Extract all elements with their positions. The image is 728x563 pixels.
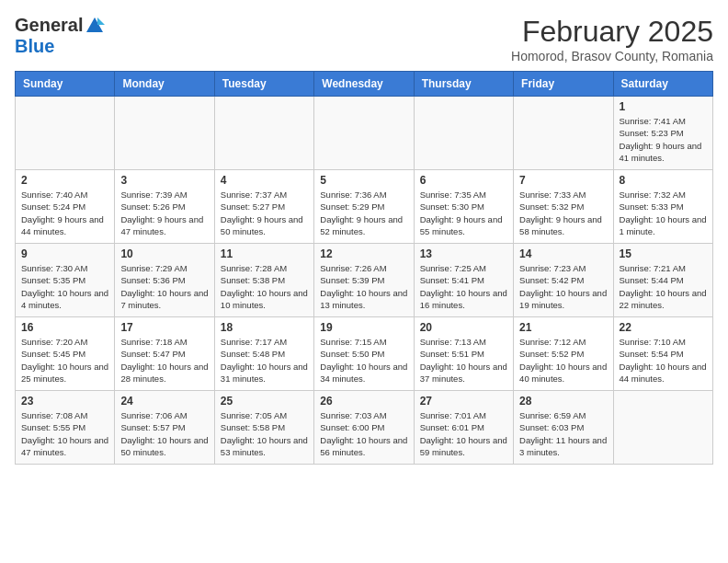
- calendar-day-cell: 20Sunrise: 7:13 AM Sunset: 5:51 PM Dayli…: [414, 317, 513, 391]
- calendar-day-cell: 16Sunrise: 7:20 AM Sunset: 5:45 PM Dayli…: [16, 317, 115, 391]
- calendar-day-cell: [214, 97, 313, 170]
- day-number: 5: [320, 174, 407, 187]
- calendar-table: SundayMondayTuesdayWednesdayThursdayFrid…: [15, 71, 713, 465]
- day-number: 1: [620, 100, 707, 113]
- day-number: 7: [519, 174, 607, 187]
- day-info: Sunrise: 7:13 AM Sunset: 5:51 PM Dayligh…: [420, 336, 507, 385]
- day-number: 12: [320, 247, 407, 260]
- day-info: Sunrise: 7:28 AM Sunset: 5:38 PM Dayligh…: [221, 262, 308, 311]
- calendar-day-cell: [514, 97, 613, 170]
- title-block: February 2025 Homorod, Brasov County, Ro…: [511, 15, 713, 63]
- calendar-day-cell: 11Sunrise: 7:28 AM Sunset: 5:38 PM Dayli…: [214, 244, 313, 317]
- logo: General Blue: [15, 15, 105, 57]
- weekday-header-cell: Tuesday: [214, 72, 313, 97]
- calendar-body: 1Sunrise: 7:41 AM Sunset: 5:23 PM Daylig…: [16, 97, 713, 465]
- page-header: General Blue February 2025 Homorod, Bras…: [15, 15, 713, 63]
- calendar-day-cell: 8Sunrise: 7:32 AM Sunset: 5:33 PM Daylig…: [613, 170, 712, 244]
- weekday-header-cell: Sunday: [16, 72, 115, 97]
- day-number: 10: [120, 247, 208, 260]
- day-info: Sunrise: 7:20 AM Sunset: 5:45 PM Dayligh…: [21, 336, 108, 385]
- day-number: 23: [21, 395, 108, 408]
- calendar-day-cell: [16, 97, 115, 170]
- day-number: 9: [21, 247, 108, 260]
- day-number: 28: [519, 395, 607, 408]
- day-number: 13: [420, 247, 507, 260]
- day-number: 21: [519, 321, 607, 334]
- day-info: Sunrise: 7:21 AM Sunset: 5:44 PM Dayligh…: [620, 262, 707, 311]
- calendar-day-cell: 4Sunrise: 7:37 AM Sunset: 5:27 PM Daylig…: [214, 170, 313, 244]
- day-number: 27: [420, 395, 507, 408]
- calendar-week-row: 2Sunrise: 7:40 AM Sunset: 5:24 PM Daylig…: [16, 170, 713, 244]
- day-number: 2: [21, 174, 108, 187]
- calendar-day-cell: 25Sunrise: 7:05 AM Sunset: 5:58 PM Dayli…: [214, 391, 313, 465]
- location-subtitle: Homorod, Brasov County, Romania: [511, 49, 713, 63]
- calendar-day-cell: 13Sunrise: 7:25 AM Sunset: 5:41 PM Dayli…: [414, 244, 513, 317]
- day-info: Sunrise: 7:17 AM Sunset: 5:48 PM Dayligh…: [221, 336, 308, 385]
- calendar-day-cell: 1Sunrise: 7:41 AM Sunset: 5:23 PM Daylig…: [613, 97, 712, 170]
- day-number: 17: [120, 321, 208, 334]
- day-info: Sunrise: 7:37 AM Sunset: 5:27 PM Dayligh…: [221, 189, 308, 237]
- day-number: 26: [320, 395, 407, 408]
- day-number: 24: [120, 395, 208, 408]
- calendar-day-cell: 18Sunrise: 7:17 AM Sunset: 5:48 PM Dayli…: [214, 317, 313, 391]
- month-year-title: February 2025: [511, 15, 713, 49]
- weekday-header-cell: Saturday: [613, 72, 712, 97]
- day-info: Sunrise: 7:41 AM Sunset: 5:23 PM Dayligh…: [620, 115, 707, 164]
- calendar-day-cell: 23Sunrise: 7:08 AM Sunset: 5:55 PM Dayli…: [16, 391, 115, 465]
- day-info: Sunrise: 7:15 AM Sunset: 5:50 PM Dayligh…: [320, 336, 407, 385]
- calendar-week-row: 1Sunrise: 7:41 AM Sunset: 5:23 PM Daylig…: [16, 97, 713, 170]
- day-info: Sunrise: 7:06 AM Sunset: 5:57 PM Dayligh…: [120, 409, 208, 458]
- calendar-day-cell: 21Sunrise: 7:12 AM Sunset: 5:52 PM Dayli…: [514, 317, 613, 391]
- day-info: Sunrise: 7:36 AM Sunset: 5:29 PM Dayligh…: [320, 189, 407, 237]
- calendar-day-cell: 14Sunrise: 7:23 AM Sunset: 5:42 PM Dayli…: [514, 244, 613, 317]
- day-number: 14: [519, 247, 607, 260]
- day-info: Sunrise: 7:18 AM Sunset: 5:47 PM Dayligh…: [120, 336, 208, 385]
- day-info: Sunrise: 7:39 AM Sunset: 5:26 PM Dayligh…: [120, 189, 208, 237]
- day-info: Sunrise: 7:01 AM Sunset: 6:01 PM Dayligh…: [420, 409, 507, 458]
- weekday-header-cell: Wednesday: [314, 72, 414, 97]
- day-info: Sunrise: 7:32 AM Sunset: 5:33 PM Dayligh…: [620, 189, 707, 237]
- svg-marker-1: [97, 17, 105, 25]
- calendar-day-cell: 15Sunrise: 7:21 AM Sunset: 5:44 PM Dayli…: [613, 244, 712, 317]
- calendar-day-cell: [414, 97, 513, 170]
- calendar-day-cell: 5Sunrise: 7:36 AM Sunset: 5:29 PM Daylig…: [314, 170, 414, 244]
- calendar-week-row: 9Sunrise: 7:30 AM Sunset: 5:35 PM Daylig…: [16, 244, 713, 317]
- day-number: 18: [221, 321, 308, 334]
- calendar-day-cell: 9Sunrise: 7:30 AM Sunset: 5:35 PM Daylig…: [16, 244, 115, 317]
- day-info: Sunrise: 6:59 AM Sunset: 6:03 PM Dayligh…: [519, 409, 607, 458]
- weekday-header-cell: Monday: [115, 72, 214, 97]
- day-number: 20: [420, 321, 507, 334]
- day-number: 4: [221, 174, 308, 187]
- day-number: 3: [120, 174, 208, 187]
- day-info: Sunrise: 7:25 AM Sunset: 5:41 PM Dayligh…: [420, 262, 507, 311]
- calendar-day-cell: [115, 97, 214, 170]
- calendar-day-cell: [314, 97, 414, 170]
- day-info: Sunrise: 7:40 AM Sunset: 5:24 PM Dayligh…: [21, 189, 108, 237]
- calendar-day-cell: 2Sunrise: 7:40 AM Sunset: 5:24 PM Daylig…: [16, 170, 115, 244]
- calendar-day-cell: 27Sunrise: 7:01 AM Sunset: 6:01 PM Dayli…: [414, 391, 513, 465]
- day-number: 19: [320, 321, 407, 334]
- day-info: Sunrise: 7:10 AM Sunset: 5:54 PM Dayligh…: [620, 336, 707, 385]
- calendar-week-row: 23Sunrise: 7:08 AM Sunset: 5:55 PM Dayli…: [16, 391, 713, 465]
- day-number: 16: [21, 321, 108, 334]
- day-number: 11: [221, 247, 308, 260]
- calendar-day-cell: 10Sunrise: 7:29 AM Sunset: 5:36 PM Dayli…: [115, 244, 214, 317]
- day-info: Sunrise: 7:35 AM Sunset: 5:30 PM Dayligh…: [420, 189, 507, 237]
- calendar-day-cell: 12Sunrise: 7:26 AM Sunset: 5:39 PM Dayli…: [314, 244, 414, 317]
- day-number: 22: [620, 321, 707, 334]
- day-number: 15: [620, 247, 707, 260]
- day-info: Sunrise: 7:33 AM Sunset: 5:32 PM Dayligh…: [519, 189, 607, 237]
- calendar-day-cell: [613, 391, 712, 465]
- calendar-week-row: 16Sunrise: 7:20 AM Sunset: 5:45 PM Dayli…: [16, 317, 713, 391]
- calendar-day-cell: 24Sunrise: 7:06 AM Sunset: 5:57 PM Dayli…: [115, 391, 214, 465]
- weekday-header-row: SundayMondayTuesdayWednesdayThursdayFrid…: [16, 72, 713, 97]
- calendar-day-cell: 7Sunrise: 7:33 AM Sunset: 5:32 PM Daylig…: [514, 170, 613, 244]
- day-number: 6: [420, 174, 507, 187]
- calendar-day-cell: 28Sunrise: 6:59 AM Sunset: 6:03 PM Dayli…: [514, 391, 613, 465]
- day-info: Sunrise: 7:05 AM Sunset: 5:58 PM Dayligh…: [221, 409, 308, 458]
- calendar-day-cell: 6Sunrise: 7:35 AM Sunset: 5:30 PM Daylig…: [414, 170, 513, 244]
- day-info: Sunrise: 7:29 AM Sunset: 5:36 PM Dayligh…: [120, 262, 208, 311]
- calendar-day-cell: 17Sunrise: 7:18 AM Sunset: 5:47 PM Dayli…: [115, 317, 214, 391]
- weekday-header-cell: Friday: [514, 72, 613, 97]
- weekday-header-cell: Thursday: [414, 72, 513, 97]
